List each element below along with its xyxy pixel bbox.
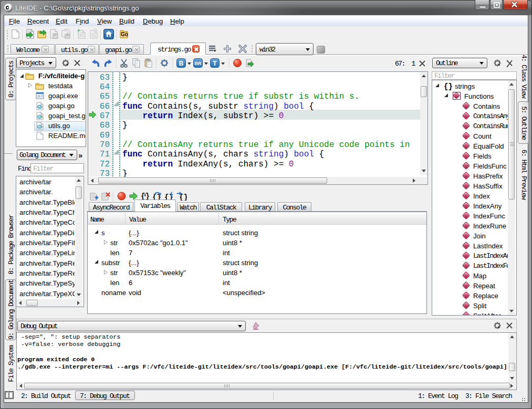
svg-text:BR: BR	[195, 61, 202, 66]
svg-text:Go: Go	[121, 32, 128, 37]
svg-text:T: T	[213, 60, 217, 67]
svg-text:B: B	[179, 60, 184, 67]
